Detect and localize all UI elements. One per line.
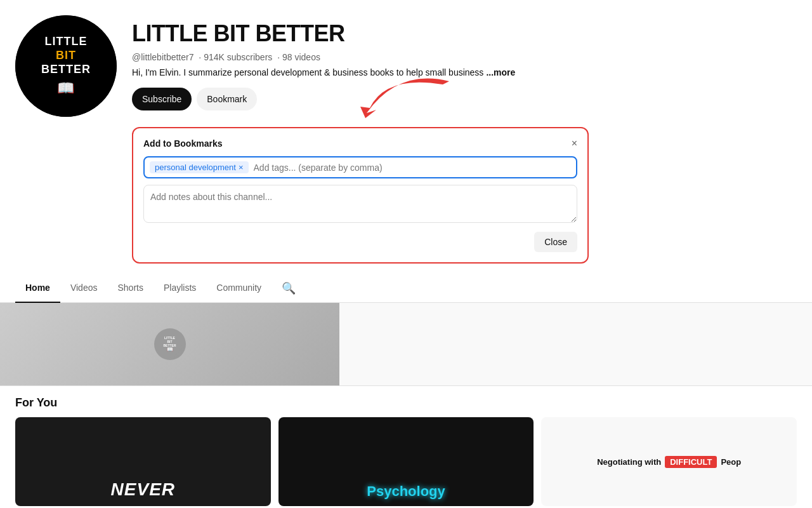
tag-chip: personal development × xyxy=(150,161,249,173)
subscribe-button[interactable]: Subscribe xyxy=(132,88,192,110)
video-card-1[interactable]: NEVER xyxy=(15,417,271,506)
tab-community[interactable]: Community xyxy=(206,274,272,303)
video-grid: NEVER Psychology Negotiating with DIFFIC… xyxy=(15,417,797,506)
tab-shorts[interactable]: Shorts xyxy=(107,274,153,303)
negotiating-text: Negotiating with xyxy=(597,457,661,467)
for-you-section: For You NEVER Psychology Negotiating wit… xyxy=(0,386,812,506)
tab-home[interactable]: Home xyxy=(15,274,60,303)
tags-row: personal development × xyxy=(143,156,577,178)
video-card-3[interactable]: Negotiating with DIFFICULT Peop xyxy=(541,417,797,506)
tag-label: personal development xyxy=(155,163,236,172)
popup-header: Add to Bookmarks × xyxy=(143,138,577,149)
channel-description: Hi, I'm Elvin. I summarize personal deve… xyxy=(132,67,797,77)
psych-text: Psychology xyxy=(367,483,445,500)
video-thumb-3: Negotiating with DIFFICULT Peop xyxy=(541,417,797,506)
channel-header: LITTLE BIT BETTER 📖 LITTLE BIT BETTER @l… xyxy=(0,0,812,117)
channel-actions: Subscribe Bookmark xyxy=(132,88,797,110)
subscriber-count: 914K subscribers xyxy=(204,52,272,62)
negotiate-row: Negotiating with DIFFICULT Peop xyxy=(597,456,741,468)
avatar-line2: BIT xyxy=(56,49,76,63)
notes-textarea[interactable] xyxy=(143,185,577,223)
arrow-annotation xyxy=(348,75,462,132)
channel-title: LITTLE BIT BETTER xyxy=(132,20,797,47)
featured-thumbnail[interactable]: LITTLEBITBETTER 📖 xyxy=(0,303,339,385)
video-card-2[interactable]: Psychology xyxy=(278,417,534,506)
avatar-line3: BETTER xyxy=(41,63,91,77)
channel-avatar: LITTLE BIT BETTER 📖 xyxy=(15,15,117,117)
desc-text: Hi, I'm Elvin. I summarize personal deve… xyxy=(132,67,483,77)
channel-meta: @littlebitbetter7 · 914K subscribers · 9… xyxy=(132,52,797,62)
for-you-title: For You xyxy=(15,396,797,410)
channel-info: LITTLE BIT BETTER @littlebitbetter7 · 91… xyxy=(132,15,797,110)
popup-close-button[interactable]: × xyxy=(572,138,577,149)
close-popup-button[interactable]: Close xyxy=(534,232,577,252)
watermark: LITTLEBITBETTER 📖 xyxy=(154,328,186,360)
tags-input[interactable] xyxy=(254,163,571,173)
popup-footer: Close xyxy=(143,232,577,252)
featured-video: LITTLEBITBETTER 📖 xyxy=(0,303,812,386)
never-text: NEVER xyxy=(111,479,175,500)
peop-text: Peop xyxy=(721,457,741,467)
nav-search-icon[interactable]: 🔍 xyxy=(277,276,301,300)
video-count: 98 videos xyxy=(282,52,320,62)
video-thumb-2: Psychology xyxy=(278,417,534,506)
video-thumb-1: NEVER xyxy=(15,417,271,506)
tab-videos[interactable]: Videos xyxy=(60,274,108,303)
channel-handle: @littlebitbetter7 xyxy=(132,52,193,62)
bookmark-button[interactable]: Bookmark xyxy=(197,88,257,110)
tab-playlists[interactable]: Playlists xyxy=(154,274,206,303)
popup-title: Add to Bookmarks xyxy=(143,138,222,149)
channel-nav: Home Videos Shorts Playlists Community 🔍 xyxy=(0,274,812,303)
bookmark-popup: Add to Bookmarks × personal development … xyxy=(132,127,589,264)
difficult-badge: DIFFICULT xyxy=(665,456,717,468)
more-link[interactable]: ...more xyxy=(486,67,515,77)
tag-remove-button[interactable]: × xyxy=(239,163,244,171)
book-icon: 📖 xyxy=(57,80,75,97)
avatar-line1: LITTLE xyxy=(45,35,88,49)
